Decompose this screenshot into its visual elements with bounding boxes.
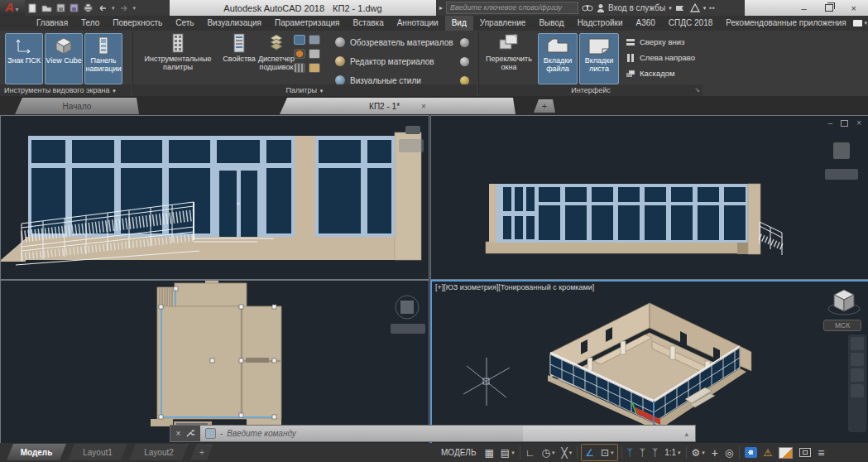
trusted-autodesk-toggle[interactable]: ⚠ [760, 445, 776, 460]
annotation-scale-toggle[interactable]: ᛉ [649, 445, 661, 460]
layout-tab-layout2[interactable]: Layout2 [129, 444, 189, 460]
viewcube-faded-icon[interactable] [405, 126, 420, 134]
qat-dropdown-icon[interactable]: ▾ [133, 5, 137, 12]
polar-dropdown-icon[interactable]: ▾ [552, 450, 555, 456]
hatch-palette-icon[interactable] [294, 63, 305, 73]
annotation-monitor-toggle[interactable]: + [708, 445, 722, 460]
tab-vyvod[interactable]: Вывод [532, 16, 570, 31]
search-binoculars-icon[interactable] [582, 3, 593, 12]
isoplane-toggle[interactable]: ╳▾ [558, 445, 575, 460]
viewcube-faded-icon[interactable] [833, 142, 850, 159]
viewport-side-elevation[interactable]: – × [430, 115, 868, 280]
viewcube-icon[interactable] [827, 286, 861, 319]
doc-close-button[interactable]: × [856, 118, 861, 128]
navigation-bar[interactable] [848, 334, 866, 432]
osnap-tracking-toggle[interactable]: ∠ [582, 445, 597, 460]
new-file-icon[interactable] [28, 3, 37, 13]
command-history-area[interactable]: ▴ [523, 426, 695, 441]
snap-toggle[interactable]: ▤▾ [497, 445, 518, 460]
workspace-switcher[interactable]: ⚙▾ [688, 445, 708, 460]
material-mini-button-2[interactable] [460, 53, 469, 70]
tab-telo[interactable]: Тело [74, 16, 106, 31]
autodesk-app-icon[interactable] [690, 3, 700, 12]
layer-palette-icon[interactable] [309, 35, 320, 45]
open-file-icon[interactable] [41, 3, 52, 12]
navbar-faded-icon[interactable] [399, 139, 424, 152]
close-button[interactable]: × [851, 3, 856, 13]
tab-vid[interactable]: Вид [445, 16, 473, 31]
material-browser-item[interactable]: Обозреватель материалов [335, 34, 453, 51]
overflow-dots-icon[interactable]: ▪▪ [709, 4, 716, 12]
isolate-objects-toggle[interactable]: ◎ [722, 445, 736, 460]
tab-vstavka[interactable]: Вставка [347, 16, 391, 31]
material-mini-button-1[interactable] [460, 34, 469, 51]
graphics-performance-toggle[interactable] [741, 445, 760, 460]
save-icon[interactable] [56, 3, 65, 12]
palettes-panel-label[interactable]: Палитры ▼ [133, 84, 477, 96]
viewport-floor-plan[interactable] [0, 280, 429, 445]
new-layout-button[interactable]: + [190, 444, 213, 460]
viewport-front-elevation[interactable] [0, 115, 429, 280]
command-input[interactable]: - Введите команду [200, 426, 523, 441]
wcs-faded-pill[interactable] [391, 324, 425, 334]
redo-icon[interactable] [119, 4, 129, 12]
viewcube-faded-icon[interactable] [392, 292, 422, 322]
search-input[interactable]: Введите ключевое слово/фразу [446, 2, 578, 14]
customize-wrench-icon[interactable] [185, 429, 194, 438]
app-store-icon[interactable] [675, 4, 687, 12]
tile-vertically-item[interactable]: Слева направо [626, 51, 695, 64]
sign-in-button[interactable]: Вход в службы [608, 3, 665, 12]
scale-selector[interactable]: 1:1▾ [661, 445, 683, 460]
viewport-controls-label[interactable]: [+][ЮЗ изометрия][Тонированный с кромкам… [435, 283, 594, 291]
snap-dropdown-icon[interactable]: ▾ [511, 450, 515, 456]
properties-button[interactable]: Свойства [220, 33, 258, 63]
briefcase-palette-icon[interactable] [309, 63, 320, 73]
isoplane-dropdown-icon[interactable]: ▾ [569, 450, 573, 456]
restore-button[interactable] [825, 4, 833, 12]
command-line-palette-icon[interactable] [294, 35, 305, 45]
customization-menu[interactable]: ≡ [814, 445, 827, 460]
file-tab-document[interactable]: КП2 - 1* × [280, 98, 516, 114]
tab-recommended-apps[interactable]: Рекомендованные приложения [719, 16, 852, 31]
ortho-toggle[interactable]: ∟ [522, 445, 539, 460]
tool-palettes-button[interactable]: Инструментальные палитры [137, 33, 219, 71]
tab-parametrizatsiya[interactable]: Параметризация [268, 16, 347, 31]
command-close-icon[interactable]: × [176, 429, 181, 438]
dialog-launcher-icon[interactable]: ↘ [694, 84, 700, 96]
layout-tab-layout1[interactable]: Layout1 [68, 444, 127, 460]
doc-minimize-button[interactable]: – [828, 118, 833, 128]
doc-restore-button[interactable] [841, 120, 848, 127]
interface-panel-label[interactable]: Интерфейс ↘ [479, 84, 703, 96]
tab-close-icon[interactable]: × [421, 102, 426, 111]
tab-glavnaya[interactable]: Главная [30, 16, 74, 31]
cascade-item[interactable]: Каскадом [626, 67, 695, 79]
file-tabs-button[interactable]: Вкладки файла [538, 33, 578, 84]
tab-spds[interactable]: СПДС 2018 [662, 16, 719, 31]
osnap-dropdown-icon[interactable]: ▾ [611, 450, 614, 456]
autoscale-toggle[interactable]: ᛉ [636, 445, 649, 460]
sign-in-dropdown-icon[interactable]: ▾ [669, 5, 672, 12]
save-as-icon[interactable] [70, 3, 79, 12]
osnap-toggle[interactable]: ⊡▾ [597, 445, 617, 460]
app-menu-button[interactable]: A▼ [0, 0, 25, 16]
app-dropdown-icon[interactable]: ▾ [703, 5, 707, 12]
file-tab-start[interactable]: Начало [15, 98, 139, 114]
tab-upravlenie[interactable]: Управление [473, 16, 533, 31]
navbar-faded-icon[interactable] [825, 169, 858, 180]
switch-windows-button[interactable]: Переключить окна [483, 33, 535, 71]
markup-palette-icon[interactable] [294, 49, 305, 59]
tab-annotatsii[interactable]: Аннотации [391, 16, 445, 31]
polar-tracking-toggle[interactable]: ◷▾ [538, 445, 558, 460]
viewcube-wcs-dropdown[interactable]: МСК [823, 320, 861, 331]
annotation-visibility-toggle[interactable]: ᛉ [624, 445, 636, 460]
ribbon-display-toggle[interactable]: ▾ [853, 16, 868, 31]
viewport-3d-isometric[interactable]: [+][ЮЗ изометрия][Тонированный с кромкам… [430, 280, 868, 446]
navigation-bar-button[interactable]: Панель навигации [84, 33, 122, 84]
command-expand-icon[interactable]: ▴ [684, 430, 688, 438]
material-editor-item[interactable]: Редактор материалов [335, 53, 434, 70]
calculator-palette-icon[interactable] [309, 49, 320, 59]
viewport-tools-panel-label[interactable]: Инструменты видового экрана ▼ [0, 84, 131, 96]
undo-icon[interactable] [98, 4, 108, 12]
layout-tab-model[interactable]: Модель [7, 444, 66, 460]
scale-dropdown-icon[interactable]: ▾ [678, 450, 681, 456]
